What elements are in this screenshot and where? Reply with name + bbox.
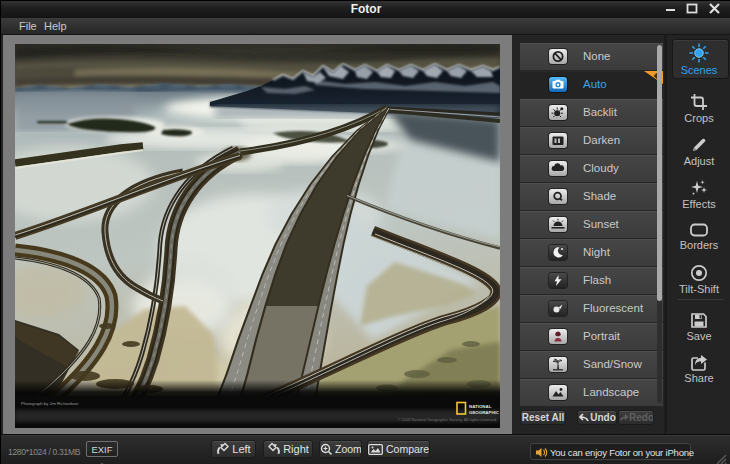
svg-text:NATIONAL: NATIONAL bbox=[469, 404, 492, 409]
svg-text:GEOGRAPHIC: GEOGRAPHIC bbox=[469, 410, 500, 415]
svg-text:Photograph by Jim Richardson: Photograph by Jim Richardson bbox=[21, 401, 79, 406]
svg-text:© 2008 National Geographic Soc: © 2008 National Geographic Society. All … bbox=[397, 417, 497, 422]
